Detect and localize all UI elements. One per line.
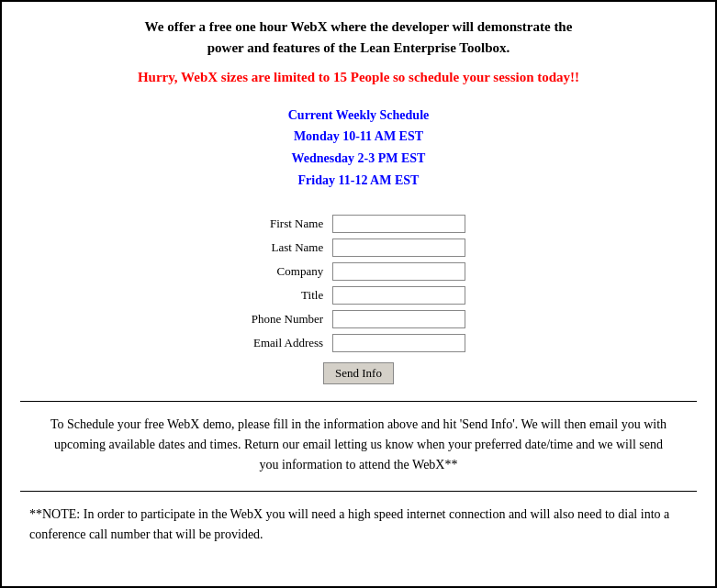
email-label: Email Address bbox=[248, 331, 329, 355]
title-label: Title bbox=[248, 283, 329, 307]
page-container: We offer a free one hour WebX where the … bbox=[0, 0, 717, 588]
hurry-text: Hurry, WebX sizes are limited to 15 Peop… bbox=[20, 67, 697, 88]
schedule-friday: Friday 11-12 AM EST bbox=[20, 170, 697, 192]
intro-text: We offer a free one hour WebX where the … bbox=[20, 17, 697, 58]
form-table: First Name Last Name Company Title Phone… bbox=[248, 212, 469, 355]
schedule-title: Current Weekly Schedule bbox=[20, 105, 697, 127]
phone-label: Phone Number bbox=[248, 307, 329, 331]
first-name-input[interactable] bbox=[332, 215, 465, 233]
email-row: Email Address bbox=[248, 331, 469, 355]
last-name-input[interactable] bbox=[332, 239, 465, 257]
company-input[interactable] bbox=[332, 262, 465, 281]
registration-form: First Name Last Name Company Title Phone… bbox=[20, 212, 697, 384]
title-input[interactable] bbox=[332, 286, 465, 305]
send-btn-row: Send Info bbox=[323, 362, 394, 384]
company-row: Company bbox=[248, 260, 469, 283]
title-row: Title bbox=[248, 283, 469, 307]
send-info-button[interactable]: Send Info bbox=[323, 362, 394, 384]
divider bbox=[20, 401, 697, 402]
schedule-block: Current Weekly Schedule Monday 10-11 AM … bbox=[20, 105, 697, 192]
note-text: **NOTE: In order to participate in the W… bbox=[20, 505, 697, 546]
company-label: Company bbox=[248, 260, 329, 283]
last-name-label: Last Name bbox=[248, 236, 329, 260]
last-name-row: Last Name bbox=[248, 236, 469, 260]
first-name-row: First Name bbox=[248, 212, 469, 236]
email-input[interactable] bbox=[332, 334, 465, 352]
bottom-paragraph: To Schedule your free WebX demo, please … bbox=[20, 415, 697, 476]
phone-row: Phone Number bbox=[248, 307, 469, 331]
schedule-monday: Monday 10-11 AM EST bbox=[20, 126, 697, 148]
divider2 bbox=[20, 491, 697, 492]
first-name-label: First Name bbox=[248, 212, 329, 236]
phone-input[interactable] bbox=[332, 310, 465, 328]
schedule-wednesday: Wednesday 2-3 PM EST bbox=[20, 148, 697, 170]
